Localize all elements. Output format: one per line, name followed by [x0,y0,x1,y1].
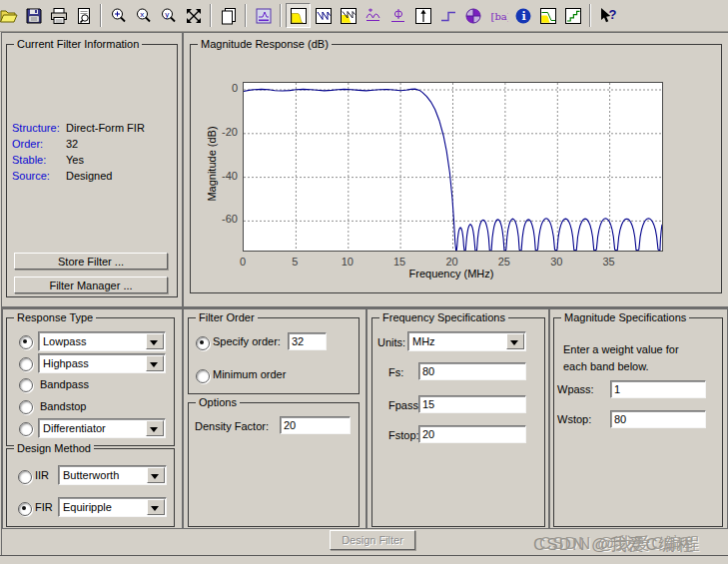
chevron-down-icon[interactable] [147,467,165,483]
options-title: Options [196,395,240,409]
differentiator-select[interactable]: Differentiator [38,418,166,438]
radio-bandstop[interactable] [19,400,33,414]
stable-value: Yes [66,154,84,166]
weight-note-line1: Enter a weight value for [563,343,679,355]
toolbar-separator [210,4,212,27]
pole-zero-icon [463,6,483,26]
magnitude-response-estimate-button[interactable] [535,3,560,28]
radio-specify-order[interactable] [196,336,210,350]
impulse-response-button[interactable] [410,3,435,28]
highpass-select[interactable]: Highpass [38,353,166,373]
filter-coefficients-button[interactable]: [ba] [485,3,510,28]
chevron-down-icon[interactable] [146,333,164,349]
density-factor-input[interactable] [280,416,351,434]
radio-differentiator[interactable] [19,422,33,436]
lowpass-select-value: Lowpass [43,335,86,347]
x-tick-label: 5 [292,256,298,268]
zoom-y-button[interactable]: y [156,3,181,28]
bandstop-label: Bandstop [40,400,86,412]
response-type-title: Response Type [14,310,96,324]
x-tick-label: 25 [498,256,510,268]
svg-text:[ba]: [ba] [490,10,508,21]
zoom-x-icon: x [134,6,154,26]
zoom-in-icon [109,6,129,26]
phase-delay-button[interactable] [385,3,410,28]
fstop-input[interactable] [418,425,526,443]
impulse-response-icon [413,6,433,26]
magnitude-response-curve [244,83,662,251]
step-response-button[interactable] [435,3,460,28]
save-button[interactable] [21,3,46,28]
x-tick-label: 35 [603,256,615,268]
step-response-icon [438,6,458,26]
open-button[interactable] [0,3,21,28]
open-icon [0,6,19,26]
zoom-in-button[interactable] [106,3,131,28]
iir-method-value: Butterworth [63,469,119,481]
radio-bandpass[interactable] [19,378,33,392]
design-filter-button[interactable]: Design Filter [330,530,415,550]
chevron-down-icon[interactable] [146,355,164,371]
differentiator-select-value: Differentiator [43,422,106,434]
print-button[interactable] [46,3,71,28]
chevron-down-icon[interactable] [506,333,524,349]
fir-method-select[interactable]: Equiripple [58,497,167,517]
lowpass-select[interactable]: Lowpass [38,331,166,351]
group-delay-button[interactable] [361,3,385,28]
help-button[interactable]: ? [595,3,620,28]
iir-label: IIR [35,469,49,481]
magnitude-and-phase-button[interactable] [336,3,361,28]
filter-design-icon [254,6,274,26]
radio-lowpass[interactable] [19,335,33,349]
radio-fir[interactable] [18,502,32,516]
radio-iir[interactable] [18,470,32,484]
toolbar-separator [589,4,591,27]
filter-information-button[interactable]: i [510,3,535,28]
magnitude-response-estimate-icon [538,6,558,26]
wpass-input[interactable] [610,380,706,398]
store-filter-button[interactable]: Store Filter ... [14,253,168,270]
design-method-title: Design Method [14,441,94,455]
full-view-button[interactable] [181,3,206,28]
plot-area [243,82,663,252]
toolbar: x y [ba] i ? [0,0,728,32]
source-label: Source: [12,170,50,182]
pole-zero-button[interactable] [460,3,485,28]
zoom-x-button[interactable]: x [131,3,156,28]
magnitude-response-button[interactable] [286,3,311,28]
print-to-figure-button[interactable] [216,3,241,28]
iir-method-select[interactable]: Butterworth [58,465,167,485]
minimum-order-label: Minimum order [213,368,286,380]
units-label: Units: [377,336,405,348]
filter-order-title: Filter Order [196,310,258,324]
phase-response-button[interactable] [311,3,336,28]
y-tick-label: 0 [198,82,238,94]
filter-design-button[interactable] [251,3,276,28]
x-tick-label: 20 [445,256,457,268]
weight-note-line2: each band below. [563,360,649,372]
print-preview-button[interactable] [71,3,96,28]
specify-order-input[interactable] [288,332,327,350]
units-select[interactable]: MHz [407,331,526,351]
order-label: Order: [12,138,43,150]
fs-input[interactable] [418,362,526,380]
fpass-input[interactable] [418,395,526,413]
radio-highpass[interactable] [19,357,33,371]
realize-model-button[interactable] [560,3,585,28]
fpass-label: Fpass: [388,399,421,411]
x-tick-label: 30 [550,256,562,268]
fdatool-window: x y [ba] i ? Current Filter Information … [0,0,728,564]
print-to-figure-icon [219,6,239,26]
filter-order-panel: Filter Order [188,317,360,394]
wstop-input[interactable] [610,410,706,428]
phase-delay-icon [388,6,408,26]
fir-method-value: Equiripple [63,501,112,513]
print-icon [49,6,69,26]
save-icon [24,6,44,26]
filter-manager-button[interactable]: Filter Manager ... [14,277,168,293]
chevron-down-icon[interactable] [146,420,164,436]
chevron-down-icon[interactable] [147,499,165,515]
y-tick-label: -20 [198,126,238,138]
radio-minimum-order[interactable] [196,369,210,383]
filter-coefficients-icon: [ba] [488,6,508,26]
